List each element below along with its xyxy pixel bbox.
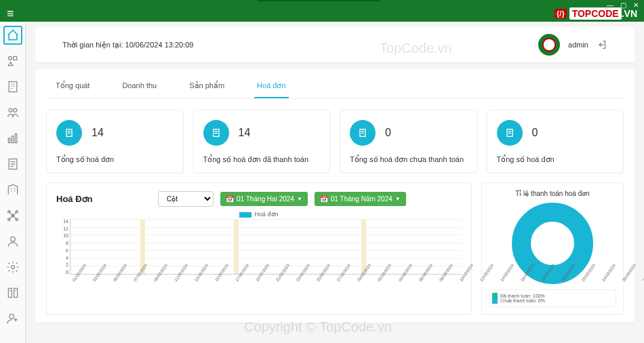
sidebar-item-people[interactable]	[3, 103, 22, 122]
stat-card-0: 14Tổng số hoá đơn	[46, 110, 184, 173]
org-logo	[538, 34, 560, 56]
sidebar-item-company[interactable]	[3, 180, 22, 199]
donut-panel: Tỉ lệ thanh toán hoá đơn Đã thanh toán: …	[481, 182, 624, 315]
tab-2[interactable]: Sản phẩm	[186, 77, 227, 98]
donut-title: Tỉ lệ thanh toán hoá đơn	[489, 190, 616, 197]
svg-point-0	[8, 56, 12, 60]
tab-3[interactable]: Hoá đơn	[254, 77, 288, 98]
card-value: 0	[532, 127, 538, 139]
chart-title: Hoá Đơn	[56, 194, 151, 204]
sidebar-item-shapes[interactable]	[3, 52, 22, 70]
svg-rect-6	[12, 136, 14, 143]
calendar-icon: 📅	[320, 195, 328, 203]
chart-legend: Hoá đơn	[56, 211, 462, 218]
tab-0[interactable]: Tổng quát	[53, 77, 92, 98]
donut-chart	[512, 203, 593, 284]
minimize-icon[interactable]: —	[607, 1, 613, 9]
content: Thời gian hiện tại: 10/06/2024 13:20:09 …	[26, 22, 644, 343]
svg-rect-17	[14, 288, 17, 297]
invoice-icon	[56, 120, 82, 146]
date-from-button[interactable]: 📅 01 Tháng Hai 2024 ▼	[220, 192, 308, 206]
card-label: Tổng số hoá đơn	[56, 155, 174, 164]
svg-point-4	[13, 108, 16, 112]
sidebar-item-building[interactable]	[3, 77, 22, 96]
logout-icon[interactable]	[597, 39, 607, 50]
chart-type-select[interactable]: Cột	[158, 191, 214, 207]
card-label: Tổng số hoá đơn đã thanh toán	[203, 155, 321, 164]
svg-point-3	[9, 108, 12, 112]
chart-panel: Hoá Đơn Cột 📅 01 Tháng Hai 2024 ▼ 📅 01 T…	[46, 182, 472, 315]
donut-legend: Đã thanh toán: 100%Chưa thanh toán: 0%	[489, 289, 616, 307]
time-label: Thời gian hiện tại: 10/06/2024 13:20:09	[62, 41, 193, 49]
invoice-icon	[350, 120, 376, 146]
card-value: 14	[92, 127, 104, 139]
main-panel: Tổng quátDoanh thuSản phẩmHoá đơn 14Tổng…	[35, 69, 635, 323]
sidebar-item-settings[interactable]	[3, 258, 22, 277]
tab-1[interactable]: Doanh thu	[119, 77, 159, 98]
svg-rect-2	[9, 82, 17, 92]
card-label: Tổng số hoá đơn chưa thanh toán	[350, 155, 467, 164]
invoice-icon	[203, 120, 229, 146]
svg-point-14	[10, 237, 15, 241]
sidebar-item-add-user[interactable]	[3, 309, 22, 328]
card-value: 0	[385, 127, 391, 139]
chevron-down-icon: ▼	[297, 196, 302, 202]
sidebar-item-document[interactable]	[3, 155, 22, 174]
header-row: Thời gian hiện tại: 10/06/2024 13:20:09 …	[35, 27, 635, 62]
topbar: ≡ {/} TOPCODE.VN	[0, 5, 644, 22]
stat-card-1: 14Tổng số hoá đơn đã thanh toán	[193, 110, 331, 173]
sidebar-item-books[interactable]	[3, 283, 22, 302]
sidebar	[0, 22, 26, 343]
svg-rect-16	[8, 288, 12, 297]
hamburger-icon[interactable]: ≡	[7, 7, 14, 21]
chevron-down-icon: ▼	[395, 196, 401, 202]
close-icon[interactable]: ✕	[633, 1, 639, 9]
titlebar: — ▢ ✕	[0, 0, 644, 5]
invoice-icon	[497, 120, 523, 146]
svg-rect-7	[15, 134, 17, 142]
sidebar-item-network[interactable]	[3, 206, 22, 225]
svg-rect-1	[13, 56, 16, 60]
bar-chart: 14121086420 01/02/202403/02/202405/02/20…	[56, 219, 462, 294]
sidebar-item-home[interactable]	[3, 26, 22, 45]
username: admin	[568, 41, 588, 49]
stat-cards: 14Tổng số hoá đơn14Tổng số hoá đơn đã th…	[46, 110, 624, 173]
date-to-button[interactable]: 📅 01 Tháng Năm 2024 ▼	[315, 192, 406, 206]
svg-point-15	[11, 266, 14, 269]
card-label: Tổng số hoá đơn	[497, 155, 614, 164]
tabs: Tổng quátDoanh thuSản phẩmHoá đơn	[46, 77, 624, 99]
sidebar-item-user[interactable]	[3, 232, 22, 251]
stat-card-3: 0Tổng số hoá đơn	[487, 110, 624, 173]
calendar-icon: 📅	[226, 195, 234, 203]
app-logo: {/} TOPCODE.VN	[555, 8, 637, 19]
sidebar-item-chart[interactable]	[3, 129, 22, 148]
stat-card-2: 0Tổng số hoá đơn chưa thanh toán	[340, 110, 477, 173]
card-value: 14	[239, 127, 251, 139]
maximize-icon[interactable]: ▢	[620, 1, 626, 9]
svg-point-18	[9, 314, 14, 319]
svg-rect-5	[8, 138, 10, 143]
